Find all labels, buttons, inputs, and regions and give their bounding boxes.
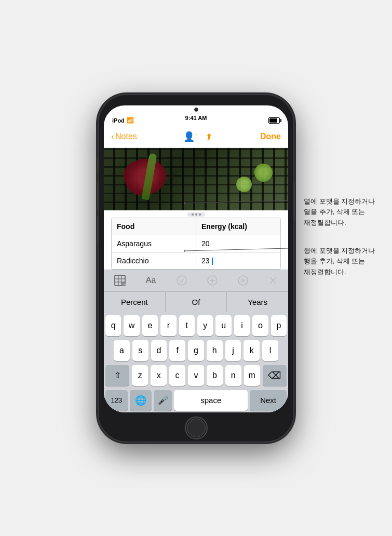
key-m[interactable]: m (244, 365, 260, 386)
close-button[interactable] (263, 273, 283, 288)
annotation-column: 열에 포맷을 지정하거나 열을 추가, 삭제 또는 재정렬합니다. (304, 196, 392, 229)
text-format-button[interactable]: Aa (141, 273, 161, 288)
space-key[interactable]: space (174, 390, 248, 411)
key-k[interactable]: k (244, 340, 260, 361)
key-p[interactable]: p (271, 315, 287, 336)
key-u[interactable]: u (215, 315, 231, 336)
keyboard: q w e r t y u i o p a (104, 312, 288, 412)
microphone-key[interactable]: 🎤 (154, 390, 172, 411)
key-h[interactable]: h (207, 340, 223, 361)
status-bar: iPod 📶 9:41 AM (104, 115, 288, 126)
checkmark-button[interactable] (171, 272, 192, 289)
add-person-icon[interactable]: 👤+ (183, 131, 197, 142)
back-label: Notes (115, 132, 137, 141)
share-icon[interactable]: ⮭ (205, 131, 214, 142)
time-display: 9:41 AM (185, 115, 207, 121)
battery-fill (269, 118, 277, 123)
key-t[interactable]: t (179, 315, 195, 336)
front-camera (194, 108, 198, 112)
numbers-key[interactable]: 123 (105, 390, 128, 411)
shift-key[interactable]: ⇧ (105, 365, 129, 386)
key-n[interactable]: n (225, 365, 241, 386)
done-button[interactable]: Done (260, 132, 281, 141)
predictive-years[interactable]: Years (227, 292, 288, 312)
food-image (104, 148, 288, 210)
status-left: iPod 📶 (112, 117, 134, 124)
key-f[interactable]: f (169, 340, 185, 361)
nav-bar: ‹ Notes 👤+ ⮭ Done (104, 126, 288, 148)
table-header-row: Food Energy (kcal) (112, 218, 280, 235)
volume-up-button[interactable] (97, 181, 99, 210)
cell-20[interactable]: 20 (196, 235, 280, 252)
key-g[interactable]: g (188, 340, 204, 361)
key-x[interactable]: x (151, 365, 167, 386)
image-expand-dots[interactable] (104, 210, 288, 218)
mute-button[interactable] (97, 157, 99, 174)
svg-point-11 (238, 276, 248, 285)
add-button[interactable] (202, 272, 223, 289)
home-button[interactable] (185, 417, 208, 439)
key-o[interactable]: o (252, 315, 268, 336)
cell-23[interactable]: 23 (196, 252, 280, 269)
predictive-of[interactable]: Of (166, 292, 227, 312)
keyboard-row-1: q w e r t y u i o p (105, 315, 287, 336)
key-r[interactable]: r (160, 315, 176, 336)
key-y[interactable]: y (197, 315, 213, 336)
page-background: iPod 📶 9:41 AM ‹ Notes (0, 0, 392, 536)
key-q[interactable]: q (105, 315, 121, 336)
device-wrapper: iPod 📶 9:41 AM ‹ Notes (99, 95, 293, 441)
power-button[interactable] (293, 181, 295, 222)
key-l[interactable]: l (262, 340, 278, 361)
chevron-left-icon: ‹ (111, 131, 114, 142)
key-a[interactable]: a (114, 340, 130, 361)
svg-point-7 (177, 276, 186, 285)
volume-down-button[interactable] (97, 216, 99, 245)
key-d[interactable]: d (151, 340, 167, 361)
status-right (268, 117, 280, 124)
delete-key[interactable]: ⌫ (263, 365, 287, 386)
text-cursor (212, 258, 213, 265)
col-header-energy: Energy (kcal) (196, 218, 280, 235)
dot-1 (192, 213, 194, 216)
carrier-label: iPod (112, 117, 125, 124)
dot-3 (199, 213, 201, 216)
dots-button[interactable] (187, 212, 205, 217)
key-c[interactable]: c (169, 365, 185, 386)
wifi-icon: 📶 (127, 117, 134, 124)
key-j[interactable]: j (225, 340, 241, 361)
keyboard-row-2: a s d f g h j k l (105, 340, 287, 361)
note-content: Food Energy (kcal) Asparagus 20 (104, 148, 288, 412)
back-button[interactable]: ‹ Notes (111, 131, 137, 142)
svg-text:⋯: ⋯ (122, 283, 126, 287)
keyboard-toolbar: ⋯ Aa (104, 270, 288, 291)
annotation-row: 행에 포맷을 지정하거나 행을 추가, 삭제 또는 재정렬합니다. (304, 246, 392, 278)
markup-button[interactable] (233, 272, 253, 289)
cell-asparagus[interactable]: Asparagus (112, 235, 196, 252)
key-z[interactable]: z (132, 365, 148, 386)
cell-radicchio[interactable]: Radicchio (112, 252, 196, 269)
table-format-button[interactable]: ⋯ (109, 272, 131, 289)
predictive-percent[interactable]: Percent (104, 292, 166, 312)
nav-center-buttons: 👤+ ⮭ (183, 131, 214, 142)
home-button-inner (187, 419, 206, 437)
keyboard-row-4: 123 🌐 🎤 space Next (105, 390, 287, 411)
emoji-key[interactable]: 🌐 (130, 390, 152, 411)
col-header-food: Food (112, 218, 196, 235)
table-row-active[interactable]: Radicchio 23 (112, 252, 280, 269)
key-v[interactable]: v (188, 365, 204, 386)
brussels-sprout-1 (254, 164, 273, 182)
device-outer: iPod 📶 9:41 AM ‹ Notes (99, 95, 293, 441)
notch-area (104, 105, 288, 116)
note-table: Food Energy (kcal) Asparagus 20 (111, 218, 281, 270)
key-b[interactable]: b (207, 365, 223, 386)
keyboard-row-3: ⇧ z x c v b n m ⌫ (105, 365, 287, 386)
dot-2 (195, 213, 197, 216)
key-s[interactable]: s (132, 340, 148, 361)
predictive-text-bar: Percent Of Years (104, 291, 288, 312)
next-key[interactable]: Next (250, 390, 287, 411)
key-i[interactable]: i (234, 315, 250, 336)
key-w[interactable]: w (124, 315, 139, 336)
brussels-sprout-2 (236, 177, 252, 192)
key-e[interactable]: e (142, 315, 158, 336)
table-row[interactable]: Asparagus 20 (112, 235, 280, 252)
